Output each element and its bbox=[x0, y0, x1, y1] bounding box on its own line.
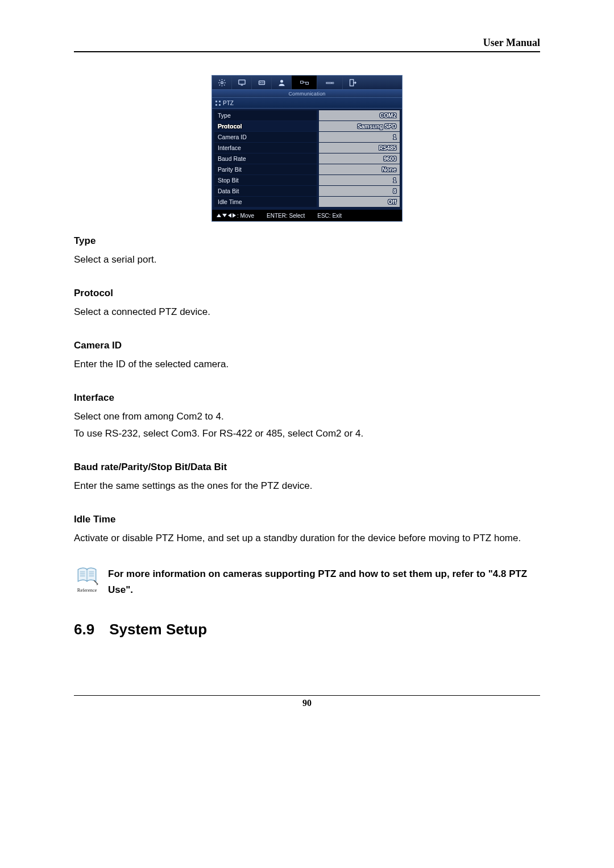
svg-point-0 bbox=[221, 81, 223, 84]
dvr-row-camera-id[interactable]: Camera ID 1 bbox=[214, 132, 400, 142]
desc-camera-id: Camera ID Enter the ID of the selected c… bbox=[74, 340, 540, 373]
dvr-row-data-bit[interactable]: Data Bit 8 bbox=[214, 186, 400, 196]
dvr-value: 1 bbox=[393, 134, 396, 140]
dvr-value: Samsung SPD bbox=[358, 123, 396, 130]
desc-title: Type bbox=[74, 235, 540, 247]
svg-point-9 bbox=[332, 82, 334, 84]
svg-rect-10 bbox=[350, 79, 353, 85]
dvr-value: COM2 bbox=[380, 113, 396, 119]
reference-block: Reference For more information on camera… bbox=[74, 566, 540, 598]
svg-rect-1 bbox=[238, 80, 244, 84]
dvr-window: HDD Communication PTZ bbox=[211, 75, 403, 222]
desc-text: Activate or disable PTZ Home, and set up… bbox=[74, 530, 540, 547]
desc-title: Camera ID bbox=[74, 340, 540, 351]
desc-title: Idle Time bbox=[74, 514, 540, 525]
svg-rect-2 bbox=[240, 85, 243, 85]
dvr-row-parity-bit[interactable]: Parity Bit None bbox=[214, 164, 400, 175]
reference-icon-label: Reference bbox=[77, 587, 97, 593]
user-icon[interactable] bbox=[272, 76, 292, 89]
dvr-foot-exit: ESC: Exit bbox=[317, 213, 342, 219]
page-footer: 90 bbox=[74, 695, 540, 708]
header-title: User Manual bbox=[483, 37, 540, 49]
dvr-label: Parity Bit bbox=[218, 166, 242, 173]
dvr-label: Idle Time bbox=[218, 198, 242, 205]
desc-text: Select a serial port. bbox=[74, 251, 540, 268]
dvr-row-protocol[interactable]: Protocol Samsung SPD bbox=[214, 121, 400, 131]
dvr-breadcrumb: PTZ bbox=[212, 97, 402, 109]
page-number: 90 bbox=[302, 698, 312, 708]
dvr-value: 9600 bbox=[384, 156, 396, 162]
desc-text: Select a connected PTZ device. bbox=[74, 304, 540, 321]
desc-title: Protocol bbox=[74, 288, 540, 299]
page: User Manual HDD bbox=[0, 0, 614, 731]
section-heading: 6.9 System Setup bbox=[74, 621, 540, 638]
dvr-value: Off bbox=[388, 199, 396, 205]
desc-title: Interface bbox=[74, 392, 540, 404]
dvr-label: Data Bit bbox=[218, 188, 239, 194]
desc-text: Select one from among Com2 to 4. To use … bbox=[74, 408, 540, 442]
section-title: System Setup bbox=[109, 621, 207, 638]
dvr-label: Protocol bbox=[218, 123, 242, 130]
grid-icon bbox=[215, 101, 221, 106]
dvr-row-interface[interactable]: Interface RS485 bbox=[214, 143, 400, 153]
dvr-row-idle-time[interactable]: Idle Time Off bbox=[214, 197, 400, 207]
svg-rect-8 bbox=[326, 82, 331, 84]
monitor-icon[interactable] bbox=[232, 76, 252, 89]
hdd-icon[interactable]: HDD bbox=[252, 76, 272, 89]
dvr-row-stop-bit[interactable]: Stop Bit 1 bbox=[214, 175, 400, 185]
dvr-label: Type bbox=[218, 112, 231, 119]
dvr-foot-select: ENTER: Select bbox=[267, 213, 305, 219]
network-icon[interactable] bbox=[292, 76, 317, 89]
desc-text: Enter the same settings as the ones for … bbox=[74, 477, 540, 495]
dvr-body: Type COM2 Protocol Samsung SPD Camera ID… bbox=[212, 109, 402, 210]
desc-type: Type Select a serial port. bbox=[74, 235, 540, 268]
dvr-tab-strip: HDD bbox=[212, 76, 402, 90]
desc-text: Enter the ID of the selected camera. bbox=[74, 356, 540, 373]
desc-baud: Baud rate/Parity/Stop Bit/Data Bit Enter… bbox=[74, 462, 540, 495]
exit-icon[interactable] bbox=[343, 76, 362, 89]
dvr-value: None bbox=[382, 167, 396, 173]
arrow-icons: : Move bbox=[217, 213, 254, 219]
dvr-label: Baud Rate bbox=[218, 155, 246, 162]
reference-text: For more information on cameras supporti… bbox=[108, 566, 540, 598]
dvr-value: 8 bbox=[393, 188, 396, 194]
svg-rect-7 bbox=[305, 82, 308, 84]
desc-title: Baud rate/Parity/Stop Bit/Data Bit bbox=[74, 462, 540, 473]
desc-interface: Interface Select one from among Com2 to … bbox=[74, 392, 540, 442]
dvr-label: Stop Bit bbox=[218, 177, 239, 184]
dvr-value: 1 bbox=[393, 177, 396, 184]
dvr-foot-move: : Move bbox=[237, 213, 254, 219]
dvr-label: Camera ID bbox=[218, 134, 247, 140]
dvr-subheader: Communication bbox=[212, 90, 402, 97]
dvr-value: RS485 bbox=[379, 145, 396, 151]
reference-icon: Reference bbox=[74, 566, 100, 598]
alarm-icon[interactable] bbox=[317, 76, 343, 89]
dvr-row-type[interactable]: Type COM2 bbox=[214, 110, 400, 121]
gear-icon[interactable] bbox=[212, 76, 232, 89]
dvr-row-baud-rate[interactable]: Baud Rate 9600 bbox=[214, 153, 400, 164]
svg-rect-6 bbox=[300, 81, 303, 83]
section-number: 6.9 bbox=[74, 621, 94, 638]
dvr-label: Interface bbox=[218, 144, 241, 151]
desc-idle-time: Idle Time Activate or disable PTZ Home, … bbox=[74, 514, 540, 547]
desc-protocol: Protocol Select a connected PTZ device. bbox=[74, 288, 540, 321]
dvr-breadcrumb-text: PTZ bbox=[223, 100, 234, 106]
svg-text:HDD: HDD bbox=[259, 81, 264, 84]
dvr-footer: : Move ENTER: Select ESC: Exit bbox=[212, 210, 402, 221]
svg-point-5 bbox=[280, 80, 283, 82]
dvr-screenshot: HDD Communication PTZ bbox=[74, 75, 540, 222]
header-rule: User Manual bbox=[74, 40, 540, 52]
